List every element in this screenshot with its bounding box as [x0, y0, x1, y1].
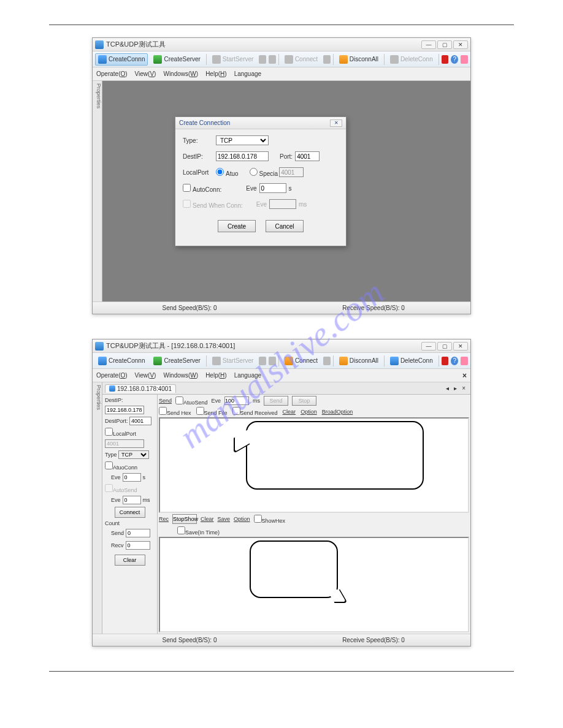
tab-close[interactable]: × — [459, 385, 468, 392]
send-speed: Send Speed(B/S): 0 — [98, 305, 282, 311]
menu-view[interactable]: View(V) — [135, 372, 156, 379]
send-textarea[interactable] — [159, 417, 469, 513]
sendhex-check[interactable]: Send Hex — [159, 407, 191, 416]
showhex-check[interactable]: ShowHex — [254, 515, 286, 524]
port-input[interactable] — [295, 151, 320, 161]
help-icon[interactable]: ? — [451, 55, 458, 64]
rec-save-link[interactable]: Save — [218, 516, 231, 522]
menu-windows[interactable]: Windows(W) — [163, 372, 198, 379]
type-select[interactable]: TCP — [216, 135, 269, 145]
help-icon[interactable]: ? — [451, 357, 458, 365]
send-button[interactable]: Send — [264, 396, 288, 406]
specia-radio[interactable]: Specia — [250, 168, 278, 177]
globe-icon — [153, 55, 162, 64]
delete-conn-button[interactable]: DeleteConn — [387, 355, 436, 367]
misc-icon[interactable] — [461, 55, 468, 64]
side-type-label: Type — [105, 452, 117, 458]
delete-conn-button[interactable]: DeleteConn — [387, 53, 436, 66]
side-send-input[interactable] — [126, 529, 150, 537]
menu-view[interactable]: View(V) — [135, 70, 156, 77]
toolbar-2: CreateConnn CreateServer StartServer Con… — [93, 353, 470, 369]
close-button[interactable]: ✕ — [453, 40, 468, 49]
divider-top — [49, 25, 514, 25]
side-eve1-input[interactable] — [123, 473, 141, 482]
minimize-button[interactable]: — — [421, 342, 436, 351]
icon-c — [323, 55, 331, 64]
create-server-button[interactable]: CreateServer — [150, 355, 203, 367]
misc-icon[interactable] — [461, 357, 468, 365]
plug-icon — [98, 55, 107, 64]
side-eve2-input[interactable] — [123, 496, 141, 504]
menu-operate[interactable]: Operate(O) — [96, 372, 128, 379]
create-button[interactable]: Create — [218, 220, 256, 232]
dialog-close-button[interactable]: ✕ — [330, 119, 342, 127]
disconn-all-button[interactable]: DisconnAll — [336, 355, 381, 367]
eve-input-1[interactable] — [259, 183, 286, 193]
side-recv-input[interactable] — [126, 541, 150, 550]
menu-windows[interactable]: Windows(W) — [163, 70, 198, 77]
minimize-button[interactable]: — — [421, 40, 436, 49]
rec-option-link[interactable]: Option — [234, 516, 250, 522]
side-connect-button[interactable]: Connect — [115, 507, 145, 518]
tab-prev[interactable]: ◂ — [443, 385, 451, 392]
start-server-button[interactable]: StartServer — [209, 53, 257, 66]
stop-button[interactable]: Stop — [292, 396, 316, 406]
properties-tab[interactable]: Properties — [93, 382, 102, 634]
atuosend-check[interactable]: AtuoSend — [175, 396, 208, 406]
stop-icon[interactable] — [442, 55, 449, 64]
properties-tab[interactable]: Properties — [93, 81, 102, 301]
menu-language[interactable]: Language — [234, 372, 262, 379]
connect-button[interactable]: Connect — [282, 355, 321, 367]
menubar-1: Operate(O) View(V) Windows(W) Help(H) La… — [93, 67, 470, 81]
stop-icon[interactable] — [442, 357, 449, 365]
start-server-button[interactable]: StartServer — [209, 355, 257, 367]
menu-help[interactable]: Help(H) — [205, 372, 226, 379]
window-title-2: TCP&UDP测试工具 - [192.168.0.178:4001] — [106, 341, 421, 351]
create-conn-button[interactable]: CreateConnn — [95, 355, 148, 367]
opt-bar: Send Hex Send File Send Received Clear O… — [159, 407, 469, 416]
side-atuoconn-check[interactable]: AtuoConn — [105, 464, 137, 471]
close-button[interactable]: ✕ — [453, 342, 468, 351]
localport-label: LocalPort — [183, 169, 216, 176]
side-destport-input[interactable] — [129, 417, 151, 425]
stopshow-button[interactable]: StopShow — [172, 514, 197, 524]
sendfile-check[interactable]: Send File — [196, 407, 228, 416]
cancel-button[interactable]: Cancel — [266, 220, 304, 232]
tab-next[interactable]: ▸ — [451, 385, 459, 392]
menu-language[interactable]: Language — [234, 70, 262, 77]
maximize-button[interactable]: ▢ — [437, 342, 452, 351]
side-destip-input[interactable] — [105, 406, 144, 414]
send-bar: Send AtuoSend Eve ms Send Stop — [159, 396, 469, 406]
saveintime-check[interactable]: Save(In Time) — [177, 526, 220, 536]
side-localport-check[interactable]: LocalPort — [105, 431, 136, 437]
eve-label-2: Eve — [256, 201, 267, 208]
side-type-select[interactable]: TCP — [118, 450, 149, 459]
sendrecv-check[interactable]: Send Received — [232, 407, 278, 416]
autoconn-check[interactable]: AutoConn: — [183, 184, 221, 193]
atuo-radio[interactable]: Atuo — [216, 168, 239, 177]
connect-button[interactable]: Connect — [282, 53, 321, 66]
disconnect-icon — [339, 357, 348, 365]
rec-label: Rec — [159, 516, 169, 522]
broad-link[interactable]: BroadOption — [322, 409, 353, 415]
menu-help[interactable]: Help(H) — [205, 70, 226, 77]
menu-x[interactable]: × — [462, 371, 467, 380]
rec-clear-link[interactable]: Clear — [201, 516, 214, 522]
menu-operate[interactable]: Operate(O) — [96, 70, 128, 77]
clear-link[interactable]: Clear — [283, 409, 296, 415]
disconn-all-button[interactable]: DisconnAll — [336, 53, 381, 66]
create-conn-button[interactable]: CreateConnn — [95, 53, 148, 66]
connection-tab[interactable]: 192.168.0.178:4001 — [105, 384, 176, 393]
globe-icon — [153, 357, 162, 365]
recv-speed: Receive Speed(B/S): 0 — [282, 305, 465, 311]
create-server-button[interactable]: CreateServer — [150, 53, 203, 66]
option-link[interactable]: Option — [301, 409, 317, 415]
delete-icon — [390, 357, 399, 365]
ms-label: ms — [253, 398, 260, 404]
eve-input[interactable] — [224, 396, 249, 405]
recv-textarea[interactable] — [159, 537, 469, 632]
destip-label: DestIP: — [183, 153, 216, 160]
destip-input[interactable] — [216, 151, 269, 161]
maximize-button[interactable]: ▢ — [437, 40, 452, 49]
side-clear-button[interactable]: Clear — [115, 555, 145, 566]
